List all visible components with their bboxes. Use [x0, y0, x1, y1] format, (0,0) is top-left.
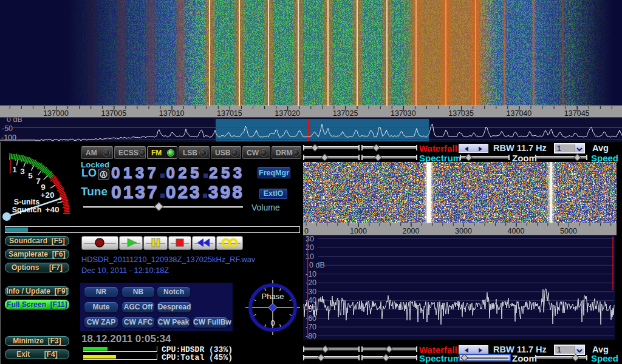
- svg-text:-80: -80: [306, 332, 316, 340]
- svg-text:5000: 5000: [560, 227, 577, 235]
- svg-text:10: 10: [306, 252, 314, 261]
- svg-text:7: 7: [36, 177, 41, 186]
- svg-text:137020: 137020: [275, 109, 300, 118]
- svg-text:2000: 2000: [403, 227, 420, 235]
- svg-text:4000: 4000: [508, 227, 525, 235]
- svg-text:1000: 1000: [350, 227, 367, 235]
- svg-text:0: 0: [304, 227, 309, 235]
- svg-text:1: 1: [12, 165, 17, 174]
- svg-text:137045: 137045: [564, 109, 590, 118]
- svg-text:5: 5: [28, 171, 33, 180]
- svg-text:-10: -10: [306, 270, 316, 278]
- svg-text:137040: 137040: [507, 109, 532, 118]
- svg-text:-20: -20: [306, 278, 316, 287]
- svg-text:-30: -30: [306, 288, 316, 296]
- svg-text:137010: 137010: [159, 109, 185, 118]
- svg-text:20: 20: [306, 243, 314, 252]
- svg-text:+20: +20: [41, 190, 55, 200]
- svg-text:137005: 137005: [101, 109, 126, 118]
- svg-text:+40: +40: [46, 205, 60, 214]
- svg-text:137030: 137030: [391, 109, 416, 118]
- svg-text:137015: 137015: [217, 109, 242, 118]
- svg-text:0: 0: [270, 318, 275, 328]
- svg-text:3000: 3000: [455, 227, 472, 235]
- svg-text:137025: 137025: [333, 109, 358, 118]
- svg-text:S-units: S-units: [14, 198, 39, 206]
- svg-text:0 dB: 0 dB: [309, 261, 325, 269]
- svg-text:30: 30: [306, 235, 314, 243]
- svg-text:Squelch: Squelch: [12, 206, 42, 214]
- svg-text:Phase: Phase: [262, 292, 284, 301]
- svg-text:3: 3: [20, 167, 25, 176]
- svg-text:137000: 137000: [43, 109, 69, 118]
- svg-text:137035: 137035: [448, 109, 474, 118]
- svg-text:-70: -70: [306, 323, 316, 331]
